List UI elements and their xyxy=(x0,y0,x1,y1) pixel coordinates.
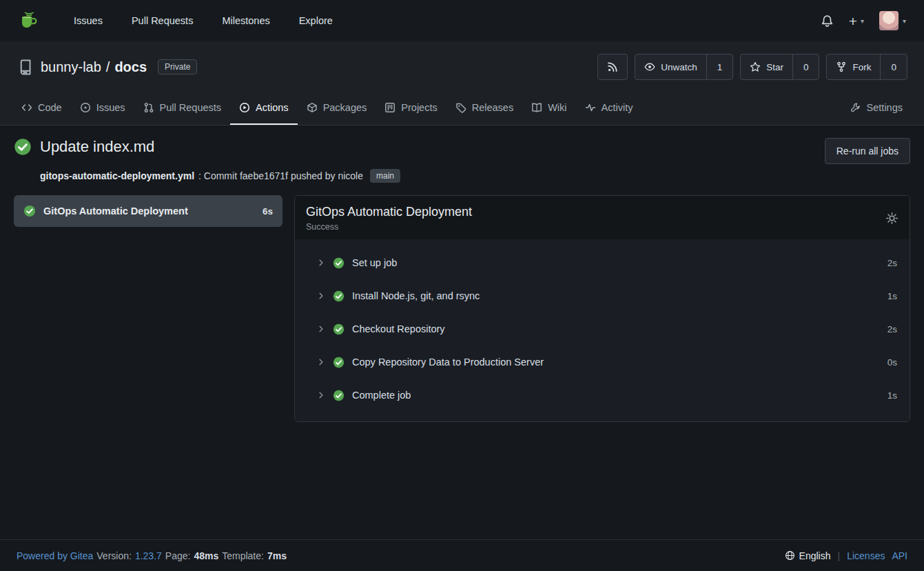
eye-icon xyxy=(644,61,655,72)
nav-item-issues[interactable]: Issues xyxy=(59,0,117,41)
step-duration: 1s xyxy=(887,390,897,401)
job-list-item[interactable]: GitOps Automatic Deployment 6s xyxy=(14,195,283,227)
step-row[interactable]: Checkout Repository 2s xyxy=(295,312,910,345)
repo-owner-link[interactable]: bunny-lab xyxy=(41,59,101,75)
forks-count[interactable]: 0 xyxy=(880,54,907,79)
tab-label: Code xyxy=(38,102,62,113)
run-title: Update index.md xyxy=(40,138,154,156)
repo-header: bunny-lab / docs Private Unwatch xyxy=(0,41,924,126)
tab-issues[interactable]: Issues xyxy=(71,91,134,125)
commit-text: : Commit faebe1671f pushed by nicole xyxy=(198,170,363,181)
success-check-icon xyxy=(333,290,345,302)
tab-wiki[interactable]: Wiki xyxy=(522,91,575,125)
repo-name-link[interactable]: docs xyxy=(114,59,147,75)
tab-label: Projects xyxy=(401,102,437,113)
package-icon xyxy=(307,102,318,113)
branch-badge[interactable]: main xyxy=(370,169,400,183)
tab-releases[interactable]: Releases xyxy=(446,91,522,125)
step-name: Complete job xyxy=(352,390,411,401)
watch-button-group: Unwatch 1 xyxy=(635,54,733,80)
stars-count[interactable]: 0 xyxy=(792,54,819,79)
success-check-icon xyxy=(14,138,32,156)
star-label: Star xyxy=(766,62,783,72)
workflow-file-link[interactable]: gitops-automatic-deployment.yml xyxy=(40,170,194,181)
step-row[interactable]: Complete job 1s xyxy=(295,379,910,412)
rerun-all-jobs-button[interactable]: Re-run all jobs xyxy=(825,138,910,164)
api-link[interactable]: API xyxy=(892,550,907,561)
step-row[interactable]: Install Node.js, git, and rsync 1s xyxy=(295,279,910,312)
tab-settings[interactable]: Settings xyxy=(841,91,912,125)
star-button[interactable]: Star xyxy=(741,54,792,79)
chevron-right-icon xyxy=(317,325,325,333)
job-duration: 6s xyxy=(263,206,273,217)
chevron-right-icon xyxy=(317,292,325,300)
step-duration: 2s xyxy=(887,258,897,268)
repo-icon xyxy=(17,59,34,76)
run-subtitle: gitops-automatic-deployment.yml : Commit… xyxy=(40,169,910,183)
actions-run-view: Update index.md Re-run all jobs gitops-a… xyxy=(0,126,924,539)
tab-projects[interactable]: Projects xyxy=(376,91,446,125)
nav-item-milestones[interactable]: Milestones xyxy=(207,0,284,41)
top-navbar: Issues Pull Requests Milestones Explore … xyxy=(0,0,924,41)
step-name: Copy Repository Data to Production Serve… xyxy=(352,357,544,368)
private-badge: Private xyxy=(158,59,197,74)
tab-pull-requests[interactable]: Pull Requests xyxy=(134,91,230,125)
step-row[interactable]: Set up job 2s xyxy=(295,246,910,279)
bell-icon xyxy=(821,14,834,28)
unwatch-button[interactable]: Unwatch xyxy=(635,54,706,79)
actions-play-icon xyxy=(239,102,250,113)
rss-icon xyxy=(607,61,618,72)
powered-by-link[interactable]: Powered by Gitea xyxy=(17,550,93,561)
step-row[interactable]: Copy Repository Data to Production Serve… xyxy=(295,345,910,379)
footer-divider: | xyxy=(838,550,841,561)
step-name: Set up job xyxy=(352,257,397,268)
success-check-icon xyxy=(333,357,345,368)
fork-button[interactable]: Fork xyxy=(827,54,880,79)
language-selector[interactable]: English xyxy=(785,550,831,561)
footer: Powered by Gitea Version: 1.23.7 Page: 4… xyxy=(0,539,924,571)
plus-icon: + xyxy=(849,14,857,28)
step-duration: 1s xyxy=(887,291,897,301)
gitea-logo[interactable] xyxy=(18,10,40,32)
rss-button[interactable] xyxy=(597,54,628,80)
version-link[interactable]: 1.23.7 xyxy=(135,550,162,561)
nav-item-explore[interactable]: Explore xyxy=(285,0,347,41)
chevron-down-icon: ▾ xyxy=(903,17,906,25)
tab-label: Wiki xyxy=(548,102,566,113)
version-label: Version: xyxy=(96,550,132,561)
nav-item-pull-requests[interactable]: Pull Requests xyxy=(117,0,207,41)
job-options-button[interactable] xyxy=(885,212,899,225)
tab-actions[interactable]: Actions xyxy=(230,91,298,125)
fork-icon xyxy=(836,61,847,72)
tag-icon xyxy=(455,102,466,113)
job-detail-card: GitOps Automatic Deployment Success xyxy=(294,195,910,422)
tab-label: Actions xyxy=(256,102,289,113)
success-check-icon xyxy=(333,390,345,401)
tab-packages[interactable]: Packages xyxy=(298,91,376,125)
tab-label: Releases xyxy=(472,102,513,113)
step-duration: 0s xyxy=(887,357,897,368)
job-detail-title: GitOps Automatic Deployment xyxy=(306,205,472,219)
unwatch-label: Unwatch xyxy=(661,62,697,72)
licenses-link[interactable]: Licenses xyxy=(847,550,885,561)
fork-button-group: Fork 0 xyxy=(826,54,907,80)
notifications-button[interactable] xyxy=(821,14,834,28)
tab-code[interactable]: Code xyxy=(12,91,71,125)
page-label: Page: xyxy=(165,550,191,561)
create-new-button[interactable]: + ▾ xyxy=(849,14,864,28)
watchers-count[interactable]: 1 xyxy=(706,54,733,79)
tab-activity[interactable]: Activity xyxy=(576,91,642,125)
globe-icon xyxy=(785,550,795,561)
user-menu[interactable]: ▾ xyxy=(879,11,906,30)
run-title-row: Update index.md xyxy=(14,138,154,156)
step-list: Set up job 2s Install Node.js, git, and … xyxy=(295,239,910,421)
code-icon xyxy=(21,102,32,113)
job-detail-header: GitOps Automatic Deployment Success xyxy=(295,196,910,239)
tab-label: Pull Requests xyxy=(160,102,221,113)
chevron-down-icon: ▾ xyxy=(861,17,864,25)
tab-label: Activity xyxy=(602,102,633,113)
pull-request-icon xyxy=(143,102,154,113)
chevron-right-icon xyxy=(317,391,325,399)
step-name: Install Node.js, git, and rsync xyxy=(352,290,480,301)
repo-title: bunny-lab / docs xyxy=(41,59,147,75)
